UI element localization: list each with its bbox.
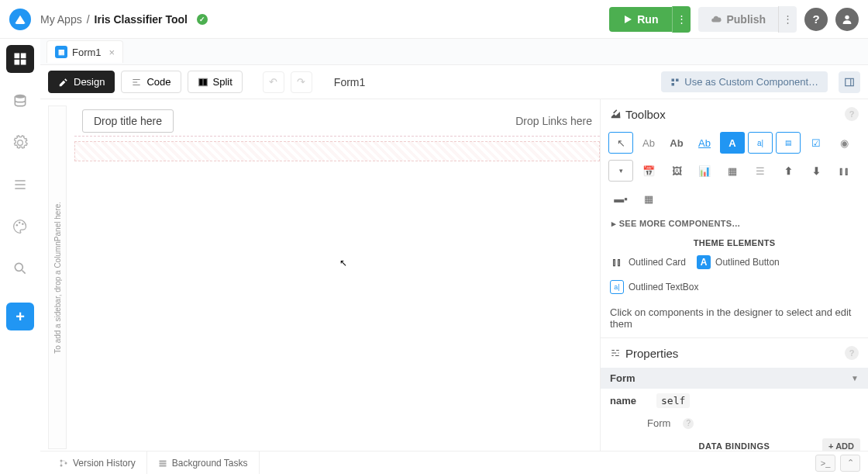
svg-point-7 bbox=[16, 224, 19, 227]
prop-form-help-icon[interactable]: ? bbox=[683, 418, 694, 429]
form-selector[interactable]: Form ▼ bbox=[601, 368, 868, 389]
tool-link-icon[interactable]: Ab bbox=[692, 132, 717, 154]
svg-point-10 bbox=[15, 263, 22, 271]
rail-settings-icon[interactable] bbox=[6, 129, 34, 157]
split-mode-button[interactable]: Split bbox=[188, 71, 243, 93]
body-drop-zone[interactable] bbox=[74, 141, 600, 161]
svg-rect-14 bbox=[672, 83, 675, 86]
theme-outlined-button[interactable]: AOutlined Button bbox=[697, 255, 780, 269]
publish-more-button[interactable]: ⋮ bbox=[778, 6, 797, 33]
svg-point-8 bbox=[19, 222, 21, 224]
tool-download-icon[interactable]: ⬇ bbox=[804, 160, 828, 182]
svg-rect-2 bbox=[15, 54, 20, 59]
svg-rect-21 bbox=[159, 465, 166, 466]
breadcrumb-sep: / bbox=[87, 13, 90, 26]
breadcrumb-current[interactable]: Iris Classifier Tool bbox=[95, 13, 188, 26]
mode-bar: Design Code Split ↶ ↷ Form1 Use as Custo… bbox=[40, 65, 868, 99]
tool-label-icon[interactable]: Ab bbox=[636, 132, 661, 154]
code-mode-button[interactable]: Code bbox=[121, 71, 181, 93]
tool-textarea-icon[interactable]: ▤ bbox=[776, 132, 801, 154]
tool-image-icon[interactable]: 🖼 bbox=[664, 160, 689, 182]
background-tasks-tab[interactable]: Background Tasks bbox=[147, 452, 260, 474]
see-more-components[interactable]: ▸ SEE MORE COMPONENTS… bbox=[601, 213, 868, 235]
theme-elements-label: THEME ELEMENTS bbox=[601, 235, 868, 251]
tool-radio-icon[interactable]: ◉ bbox=[832, 132, 856, 154]
svg-point-1 bbox=[845, 15, 849, 19]
svg-rect-20 bbox=[159, 462, 166, 464]
right-panel: Toolbox ? ↖ Ab Ab Ab A a| ▤ ☑ ◉ ▾ 📅 bbox=[600, 99, 868, 474]
rail-database-icon[interactable] bbox=[6, 87, 34, 115]
rail-list-icon[interactable] bbox=[6, 171, 34, 199]
tool-dropdown-icon[interactable]: ▾ bbox=[608, 160, 633, 182]
form-icon: ▦ bbox=[55, 46, 67, 58]
tool-flow-icon[interactable]: ▬▪ bbox=[608, 188, 633, 209]
svg-rect-12 bbox=[672, 78, 675, 81]
tool-plot-icon[interactable]: 📊 bbox=[692, 160, 717, 182]
form-name-label: Form1 bbox=[334, 76, 365, 88]
drop-title-slot[interactable]: Drop title here bbox=[82, 109, 174, 133]
breadcrumb-root[interactable]: My Apps bbox=[40, 13, 82, 26]
run-more-button[interactable]: ⋮ bbox=[672, 6, 691, 33]
version-history-tab[interactable]: Version History bbox=[48, 452, 147, 474]
theme-outlined-textbox[interactable]: a|Outlined TextBox bbox=[610, 280, 699, 294]
prop-name-label: name bbox=[610, 395, 649, 407]
rail-app-icon[interactable] bbox=[6, 45, 34, 73]
run-button[interactable]: Run bbox=[609, 7, 672, 32]
design-canvas[interactable]: To add a sidebar, drop a ColumnPanel her… bbox=[40, 99, 600, 474]
redo-button[interactable]: ↷ bbox=[291, 71, 312, 93]
footer-bar: Version History Background Tasks >_ ⌃ bbox=[40, 451, 868, 474]
svg-rect-19 bbox=[159, 460, 166, 462]
console-button[interactable]: >_ bbox=[815, 455, 835, 472]
tool-repeating-icon[interactable]: ☰ bbox=[748, 160, 773, 182]
file-tab-bar: ▦ Form1 × bbox=[40, 39, 868, 65]
toggle-right-panel-button[interactable] bbox=[839, 71, 860, 93]
svg-point-9 bbox=[22, 223, 24, 225]
theme-outlined-card[interactable]: ⫿⫿Outlined Card bbox=[610, 255, 686, 269]
top-bar: My Apps / Iris Classifier Tool ✓ Run ⋮ P… bbox=[0, 0, 868, 39]
cursor-icon: ↖ bbox=[339, 258, 347, 268]
prop-name-value[interactable]: self bbox=[656, 393, 690, 408]
tool-button-icon[interactable]: A bbox=[720, 132, 745, 154]
close-tab-icon[interactable]: × bbox=[109, 47, 115, 58]
left-rail: + bbox=[0, 39, 40, 474]
svg-rect-4 bbox=[15, 60, 20, 65]
status-saved-icon: ✓ bbox=[197, 14, 208, 25]
tool-datagrid-icon[interactable]: ▦ bbox=[720, 160, 745, 182]
use-custom-component-button[interactable]: Use as Custom Component… bbox=[661, 71, 828, 92]
publish-button[interactable]: Publish bbox=[698, 7, 778, 32]
properties-header: Properties ? bbox=[601, 338, 868, 368]
sidebar-drop-hint[interactable]: To add a sidebar, drop a ColumnPanel her… bbox=[48, 106, 67, 449]
app-logo bbox=[9, 9, 31, 30]
svg-point-16 bbox=[60, 459, 63, 462]
tool-xy-icon[interactable]: ▦ bbox=[636, 188, 661, 209]
svg-rect-3 bbox=[21, 54, 26, 59]
toolbox-hint: Click on components in the designer to s… bbox=[601, 299, 868, 338]
tool-textbox-icon[interactable]: a| bbox=[748, 132, 773, 154]
tool-column-icon[interactable]: ⫿⫿ bbox=[832, 160, 856, 182]
prop-form-type: Form bbox=[647, 417, 670, 429]
rail-search-icon[interactable] bbox=[6, 254, 34, 282]
rail-theme-icon[interactable] bbox=[6, 213, 34, 240]
properties-help-icon[interactable]: ? bbox=[845, 346, 859, 360]
undo-button[interactable]: ↶ bbox=[263, 71, 284, 93]
breadcrumb: My Apps / Iris Classifier Tool ✓ bbox=[40, 13, 208, 26]
file-tab-form1[interactable]: ▦ Form1 × bbox=[46, 40, 123, 63]
svg-point-17 bbox=[60, 464, 63, 466]
svg-point-6 bbox=[15, 95, 25, 99]
tool-grid: ↖ Ab Ab Ab A a| ▤ ☑ ◉ bbox=[601, 129, 868, 157]
svg-rect-13 bbox=[676, 78, 679, 81]
tool-pointer-icon[interactable]: ↖ bbox=[608, 132, 633, 154]
tool-datepicker-icon[interactable]: 📅 bbox=[636, 160, 661, 182]
collapse-footer-button[interactable]: ⌃ bbox=[840, 455, 860, 472]
svg-rect-5 bbox=[21, 60, 26, 65]
svg-rect-0 bbox=[16, 22, 25, 23]
tool-checkbox-icon[interactable]: ☑ bbox=[804, 132, 828, 154]
design-mode-button[interactable]: Design bbox=[48, 71, 115, 93]
help-button[interactable]: ? bbox=[804, 8, 828, 31]
toolbox-help-icon[interactable]: ? bbox=[845, 107, 859, 121]
tool-fileloader-icon[interactable]: ⬆ bbox=[776, 160, 801, 182]
rail-add-button[interactable]: + bbox=[6, 303, 34, 330]
account-button[interactable] bbox=[835, 8, 859, 31]
drop-links-slot[interactable]: Drop Links here bbox=[515, 115, 592, 127]
tool-label-bold-icon[interactable]: Ab bbox=[664, 132, 689, 154]
